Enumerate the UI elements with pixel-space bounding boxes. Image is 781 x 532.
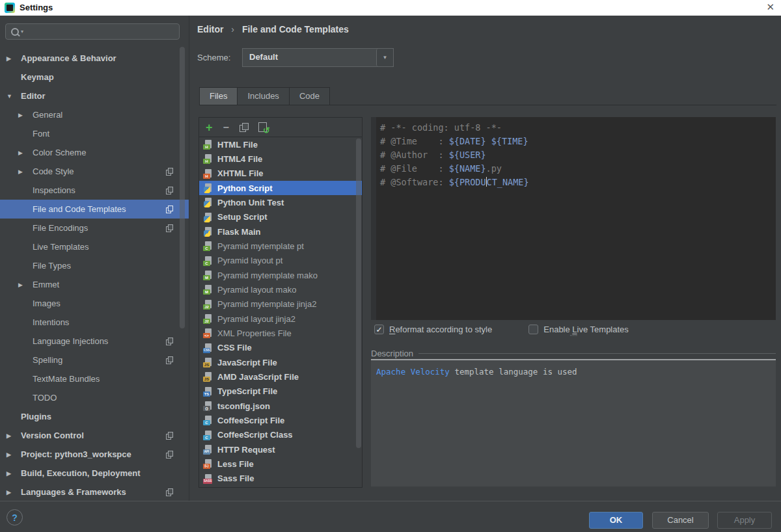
sidebar-item-editor[interactable]: ▼Editor <box>0 86 189 105</box>
chevron-right-icon[interactable]: ▶ <box>18 112 33 118</box>
remove-template-button[interactable]: − <box>223 122 229 133</box>
sidebar-item-general[interactable]: ▶General <box>0 105 189 124</box>
template-item-html-file[interactable]: HHTML File <box>199 137 362 152</box>
sidebar-item-plugins[interactable]: Plugins <box>0 407 189 426</box>
cancel-button[interactable]: Cancel <box>652 512 709 529</box>
template-item-css-file[interactable]: CSSCSS File <box>199 341 362 355</box>
option-enable-live-templates[interactable]: Enable Live Templates <box>528 325 629 334</box>
window-title: Settings <box>20 3 53 12</box>
help-button[interactable]: ? <box>7 509 23 525</box>
template-item-label: HTML File <box>217 140 258 150</box>
template-item-pyramid-layout-pt[interactable]: CPyramid layout pt <box>199 254 362 268</box>
close-icon[interactable]: ✕ <box>766 1 774 13</box>
options-row: ''''' ✓Reformat according to styleEnable… <box>371 321 776 337</box>
tab-files[interactable]: Files <box>199 87 238 105</box>
chevron-right-icon[interactable]: ▶ <box>18 282 33 288</box>
sidebar-item-version-control[interactable]: ▶Version Control <box>0 426 189 445</box>
checkbox-checked-icon[interactable]: ✓ <box>374 325 384 334</box>
sidebar-item-images[interactable]: Images <box>0 294 189 313</box>
template-item-xml-properties-file[interactable]: <>XML Properties File <box>199 326 362 340</box>
sidebar-item-file-encodings[interactable]: File Encodings <box>0 219 189 237</box>
template-item-http-request[interactable]: APIHTTP Request <box>199 442 362 457</box>
chevron-right-icon[interactable]: ▶ <box>7 55 21 62</box>
sidebar-item-live-templates[interactable]: Live Templates <box>0 237 189 256</box>
sidebar-item-inspections[interactable]: Inspections <box>0 181 189 200</box>
template-item-amd-javascript-file[interactable]: JSAMD JavaScript File <box>199 369 362 384</box>
template-item-pyramid-layout-mako[interactable]: MPyramid layout mako <box>199 282 362 297</box>
tab-includes[interactable]: Includes <box>237 87 289 105</box>
sidebar-item-intentions[interactable]: Intentions <box>0 313 189 332</box>
sidebar-scrollbar[interactable] <box>180 47 185 328</box>
apache-velocity-link[interactable]: Apache Velocity <box>376 367 450 377</box>
template-item-sass-file[interactable]: SASSSass File <box>199 472 362 486</box>
sidebar-item-languages-frameworks[interactable]: ▶Languages & Frameworks <box>0 483 189 501</box>
template-editor[interactable]: # -*- coding: utf-8 -*-# @Time : ${DATE}… <box>371 117 776 320</box>
sidebar-item-textmate-bundles[interactable]: TextMate Bundles <box>0 369 189 388</box>
scheme-combobox[interactable]: Default ▼ <box>242 48 394 67</box>
sidebar-item-spelling[interactable]: Spelling <box>0 351 189 369</box>
file-type-icon: H <box>203 153 213 164</box>
tab-code[interactable]: Code <box>289 87 330 105</box>
file-type-icon: SASS <box>203 473 213 484</box>
search-input[interactable] <box>25 26 174 37</box>
template-item-label: Flask Main <box>217 227 260 237</box>
chevron-right-icon[interactable]: ▶ <box>18 150 33 156</box>
template-item-less-file[interactable]: {L}Less File <box>199 457 362 471</box>
sidebar-item-project-python3-workspce[interactable]: ▶Project: python3_workspce <box>0 445 189 464</box>
sidebar-item-code-style[interactable]: ▶Code Style <box>0 162 189 181</box>
editor-code[interactable]: # -*- coding: utf-8 -*-# @Time : ${DATE}… <box>380 121 776 320</box>
sidebar-item-font[interactable]: Font <box>0 124 189 143</box>
template-item-label: HTML4 File <box>217 154 262 164</box>
description-separator <box>418 353 776 354</box>
add-template-button[interactable]: + <box>206 122 213 133</box>
search-options-caret-icon[interactable]: ▾ <box>21 29 23 34</box>
sidebar-item-file-and-code-templates[interactable]: File and Code Templates <box>0 200 189 219</box>
chevron-right-icon[interactable]: ▶ <box>7 470 21 477</box>
sidebar-item-color-scheme[interactable]: ▶Color Scheme <box>0 143 189 162</box>
chevron-right-icon[interactable]: ▶ <box>7 489 21 496</box>
template-item-xhtml-file[interactable]: HXHTML File <box>199 166 362 181</box>
sidebar-item-keymap[interactable]: Keymap <box>0 68 189 86</box>
template-item-pyramid-layout-jinja2[interactable]: J2Pyramid layout jinja2 <box>199 312 362 326</box>
sidebar-item-build-execution-deployment[interactable]: ▶Build, Execution, Deployment <box>0 464 189 483</box>
sidebar-item-todo[interactable]: TODO <box>0 388 189 407</box>
ok-button[interactable]: OK <box>589 512 643 529</box>
template-item-python-script[interactable]: Python Script <box>199 181 362 195</box>
template-item-html4-file[interactable]: HHTML4 File <box>199 152 362 166</box>
template-item-label: XML Properties File <box>217 328 292 338</box>
scheme-value: Default <box>249 52 278 62</box>
template-item-coffeescript-file[interactable]: CCoffeeScript File <box>199 413 362 427</box>
chevron-down-icon[interactable]: ▼ <box>7 93 21 100</box>
template-item-javascript-file[interactable]: JSJavaScript File <box>199 355 362 369</box>
template-item-pyramid-mytemplate-pt[interactable]: CPyramid mytemplate pt <box>199 239 362 253</box>
reset-template-button[interactable]: ↺ <box>258 122 267 132</box>
template-item-label: Setup Script <box>217 212 267 222</box>
chevron-right-icon[interactable]: ▶ <box>7 451 21 458</box>
file-type-icon: J2 <box>203 299 213 310</box>
copy-template-button[interactable] <box>240 123 248 132</box>
sidebar-item-file-types[interactable]: File Types <box>0 256 189 275</box>
template-item-pyramid-mytemplate-mako[interactable]: MPyramid mytemplate mako <box>199 268 362 282</box>
checkbox-unchecked-icon[interactable] <box>528 325 538 334</box>
template-tabs: FilesIncludesCode <box>199 87 329 105</box>
template-item-flask-main[interactable]: Flask Main <box>199 224 362 239</box>
template-item-pyramid-mytemplate-jinja2[interactable]: J2Pyramid mytemplate jinja2 <box>199 297 362 312</box>
chevron-right-icon[interactable]: ▶ <box>7 432 21 439</box>
template-item-label: Sass File <box>217 473 254 483</box>
option-reformat-according-to-style[interactable]: ✓Reformat according to style <box>374 325 492 334</box>
template-item-typescript-file[interactable]: TSTypeScript File <box>199 384 362 399</box>
combo-arrow-button[interactable]: ▼ <box>376 49 393 66</box>
list-scrollbar[interactable] <box>356 139 361 448</box>
template-item-coffeescript-class[interactable]: CCoffeeScript Class <box>199 428 362 442</box>
template-item-tsconfig-json[interactable]: {}tsconfig.json <box>199 399 362 413</box>
sidebar-item-language-injections[interactable]: Language Injections <box>0 332 189 351</box>
settings-search-box[interactable]: ▾ <box>5 23 180 40</box>
template-item-python-unit-test[interactable]: Python Unit Test <box>199 195 362 209</box>
template-item-setup-script[interactable]: Setup Script <box>199 210 362 224</box>
file-badge: H <box>203 144 210 150</box>
chevron-right-icon[interactable]: ▶ <box>18 168 33 175</box>
settings-content: Editor › File and Code Templates Scheme:… <box>189 16 781 501</box>
sidebar-item-emmet[interactable]: ▶Emmet <box>0 275 189 294</box>
apply-button[interactable]: Apply <box>717 512 772 529</box>
sidebar-item-appearance-behavior[interactable]: ▶Appearance & Behavior <box>0 49 189 68</box>
